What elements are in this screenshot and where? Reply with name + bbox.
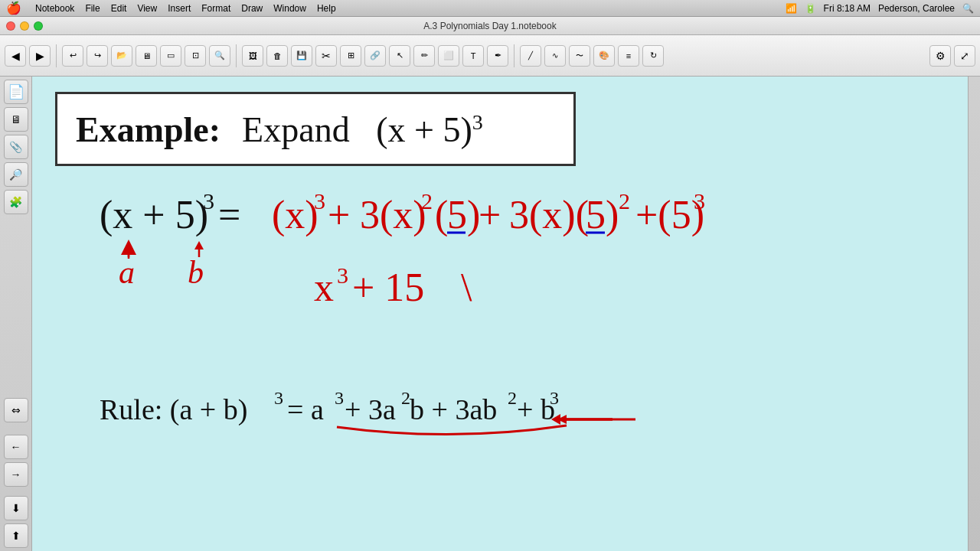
notebook-page: Example: Expand (x + 5)3 (x + 5) 3 = (x)… (32, 77, 968, 551)
expand-sidebar[interactable]: ⇔ (4, 398, 28, 422)
color-palette[interactable]: 🎨 (593, 45, 615, 67)
eraser-tool[interactable]: ⬜ (438, 45, 459, 67)
svg-text:5: 5 (447, 193, 467, 236)
menu-help[interactable]: Help (317, 3, 336, 14)
svg-text:3: 3 (203, 188, 214, 214)
svg-text:2: 2 (508, 388, 517, 408)
clock: Fri 8:18 AM (824, 3, 871, 14)
open-button[interactable]: 📂 (111, 45, 132, 67)
link-button[interactable]: 🔗 (364, 45, 386, 67)
svg-text:3: 3 (694, 188, 705, 214)
example-box: Example: Expand (x + 5)3 (55, 92, 576, 166)
svg-text:+ 15: + 15 (352, 266, 424, 309)
svg-text:3: 3 (314, 188, 325, 214)
expand-button[interactable]: ⤢ (954, 45, 975, 67)
wifi-icon: 📶 (786, 3, 797, 14)
example-title: Example: Expand (x + 5)3 (76, 109, 483, 149)
camera-tool[interactable]: 🖥 (4, 107, 28, 132)
forward-button[interactable]: ▶ (29, 45, 51, 67)
menu-format[interactable]: Format (201, 3, 230, 14)
maximize-button[interactable] (34, 21, 43, 31)
menu-draw[interactable]: Draw (241, 3, 263, 14)
svg-text:b + 3ab: b + 3ab (410, 393, 497, 425)
toolbar: ◀ ▶ ↩ ↪ 📂 🖥 ▭ ⊡ 🔍 🖼 🗑 💾 ✂ ⊞ 🔗 ↖ ✏ ⬜ T ✒ … (0, 35, 980, 77)
close-button[interactable] (6, 21, 15, 31)
svg-text:3: 3 (550, 388, 559, 408)
next-page[interactable]: → (4, 462, 28, 487)
app-window: A.3 Polynomials Day 1.notebook ◀ ▶ ↩ ↪ 📂… (0, 17, 980, 551)
svg-text:(x): (x) (272, 193, 318, 237)
svg-text:2: 2 (619, 188, 630, 214)
menu-file[interactable]: File (85, 3, 100, 14)
search-icon[interactable]: 🔍 (962, 3, 974, 14)
traffic-lights (6, 21, 43, 31)
list-tool[interactable]: ≡ (618, 45, 639, 67)
svg-text:3(x)(: 3(x)( (509, 193, 589, 237)
svg-text:(x + 5): (x + 5) (100, 193, 208, 237)
puzzle-tool[interactable]: 🧩 (4, 190, 28, 214)
upload-icon[interactable]: ⬆ (4, 523, 28, 548)
svg-text:2: 2 (421, 188, 433, 214)
pencil-tool[interactable]: ✒ (487, 45, 508, 67)
zoom-button[interactable]: 🔍 (209, 45, 230, 67)
example-label: Example: (76, 110, 220, 149)
svg-marker-22 (124, 241, 133, 249)
back-button[interactable]: ◀ (5, 45, 26, 67)
pen-line2[interactable]: ∿ (544, 45, 566, 67)
svg-text:(: ( (435, 193, 448, 237)
scissors-button[interactable]: ✂ (315, 45, 337, 67)
svg-text:3(x): 3(x) (360, 193, 426, 237)
right-scrollbar[interactable] (968, 77, 980, 551)
separator-3 (514, 44, 514, 67)
download-icon[interactable]: ⬇ (4, 496, 28, 520)
pen-line1[interactable]: ╱ (520, 45, 541, 67)
select-button[interactable]: ⊡ (185, 45, 206, 67)
text-tool[interactable]: T (462, 45, 484, 67)
menu-view[interactable]: View (137, 3, 157, 14)
delete-button[interactable]: 🗑 (266, 45, 288, 67)
example-problem: Expand (x + 5)3 (242, 110, 483, 149)
table-button[interactable]: ⊞ (340, 45, 361, 67)
svg-text:a: a (119, 255, 135, 290)
username: Pederson, Carolee (878, 3, 955, 14)
svg-text:3: 3 (335, 388, 344, 408)
pen-tool[interactable]: ✏ (413, 45, 435, 67)
svg-text:+: + (479, 193, 501, 236)
left-sidebar: 📄 🖥 📎 🔎 🧩 ⇔ ← → ⬇ ⬆ (0, 77, 32, 551)
svg-text:=: = (218, 193, 240, 236)
svg-text:3: 3 (274, 388, 283, 408)
svg-text:x: x (314, 266, 334, 309)
menu-notebook[interactable]: Notebook (35, 3, 74, 14)
apple-menu[interactable]: 🍎 (6, 1, 21, 15)
shape-button[interactable]: ▭ (160, 45, 181, 67)
prev-page[interactable]: ← (4, 435, 28, 459)
main-area: 📄 🖥 📎 🔎 🧩 ⇔ ← → ⬇ ⬆ Example: Expand (x +… (0, 77, 980, 551)
menu-insert[interactable]: Insert (168, 3, 191, 14)
separator-2 (236, 44, 237, 67)
redo-button[interactable]: ↪ (87, 45, 108, 67)
clip-tool[interactable]: 📎 (4, 135, 28, 159)
screen-button[interactable]: 🖥 (136, 45, 157, 67)
svg-text:= a: = a (287, 393, 324, 425)
settings-button[interactable]: ⚙ (929, 45, 951, 67)
window-title: A.3 Polynomials Day 1.notebook (423, 21, 556, 31)
save-button[interactable]: 💾 (291, 45, 312, 67)
page-tool[interactable]: 📄 (4, 80, 28, 104)
svg-marker-25 (194, 241, 204, 249)
menu-edit[interactable]: Edit (111, 3, 127, 14)
image-button[interactable]: 🖼 (242, 45, 263, 67)
refresh-tool[interactable]: ↻ (642, 45, 664, 67)
svg-text:Rule:  (a + b): Rule: (a + b) (100, 393, 247, 426)
separator-1 (56, 44, 57, 67)
menu-window[interactable]: Window (273, 3, 306, 14)
undo-button[interactable]: ↩ (62, 45, 83, 67)
pen-line3[interactable]: 〜 (569, 45, 590, 67)
zoom-sidebar[interactable]: 🔎 (4, 162, 28, 187)
svg-text:\: \ (461, 266, 472, 309)
menubar: 🍎 Notebook File Edit View Insert Format … (0, 0, 980, 17)
cursor-tool[interactable]: ↖ (389, 45, 410, 67)
svg-text:): ) (606, 193, 619, 237)
menubar-right: 📶 🔋 Fri 8:18 AM Pederson, Carolee 🔍 (786, 3, 974, 14)
battery-icon: 🔋 (805, 3, 816, 14)
minimize-button[interactable] (20, 21, 29, 31)
